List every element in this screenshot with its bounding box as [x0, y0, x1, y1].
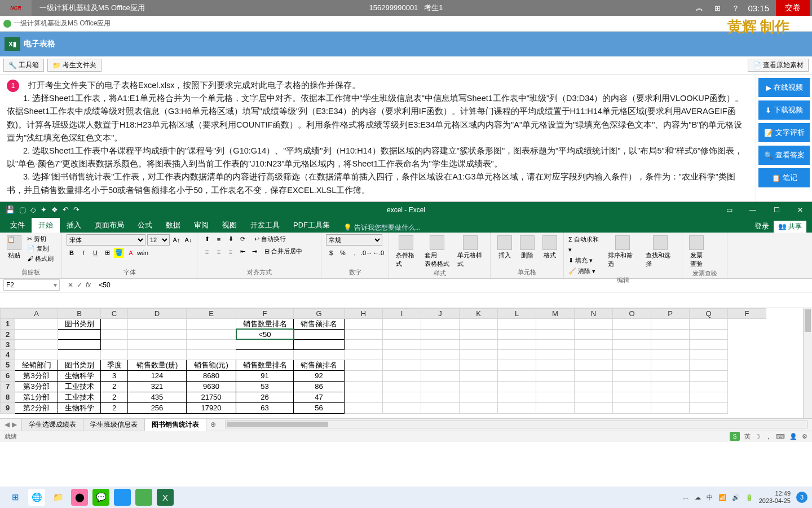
tray-chevron-icon[interactable]: ︿	[683, 493, 689, 502]
ime-comma-icon[interactable]: ，	[765, 432, 771, 441]
cell[interactable]	[690, 381, 728, 392]
online-video-button[interactable]: ▶ 在线视频	[758, 78, 810, 97]
name-box[interactable]: F2▾	[3, 279, 60, 291]
invoice-check-button[interactable]: 发票 查验	[687, 234, 706, 269]
underline-button[interactable]: U	[90, 248, 100, 258]
col-header[interactable]: E	[187, 308, 236, 318]
tray-onedrive-icon[interactable]: ☁	[695, 494, 701, 501]
tab-insert[interactable]: 插入	[60, 218, 88, 233]
align-center-icon[interactable]: ≡	[214, 247, 224, 257]
taskbar-clock[interactable]: 12:49 2023-04-25	[759, 490, 791, 505]
cell[interactable]: 销售额排名	[294, 318, 345, 329]
cell[interactable]	[690, 402, 728, 413]
cell[interactable]	[613, 349, 651, 360]
cell[interactable]	[536, 381, 575, 392]
cell[interactable]	[498, 392, 536, 402]
horizontal-scrollbar[interactable]	[225, 421, 807, 428]
download-video-button[interactable]: ⬇ 下载视频	[758, 100, 810, 120]
format-cells-button[interactable]: 格式	[540, 234, 559, 261]
cell[interactable]: 工业技术	[58, 392, 101, 402]
cell[interactable]	[651, 339, 690, 349]
cell[interactable]	[498, 381, 536, 392]
sort-filter-button[interactable]: 排序和筛选	[606, 234, 639, 269]
cell[interactable]	[187, 339, 236, 349]
ime-moon-icon[interactable]: ☽	[755, 433, 761, 440]
cell[interactable]	[651, 392, 690, 402]
tab-view[interactable]: 视图	[215, 218, 244, 233]
cell[interactable]: 销售额(元)	[187, 360, 236, 370]
cell[interactable]	[383, 381, 421, 392]
cell[interactable]	[421, 370, 460, 381]
cell[interactable]: <50	[236, 329, 294, 339]
cell[interactable]	[690, 360, 728, 370]
qat-btn[interactable]: ❖	[51, 205, 58, 214]
cell[interactable]: 生物科学	[58, 402, 101, 413]
cell[interactable]	[690, 349, 728, 360]
col-header[interactable]: N	[575, 308, 613, 318]
border-button[interactable]: ⊞	[102, 248, 112, 258]
cell[interactable]: 2	[101, 402, 128, 413]
delete-cells-button[interactable]: 删除	[518, 234, 537, 261]
cell[interactable]	[651, 318, 690, 329]
format-table-button[interactable]: 套用 表格格式	[422, 234, 452, 269]
col-header[interactable]: J	[421, 308, 460, 318]
cell[interactable]	[575, 402, 613, 413]
cell[interactable]: 56	[294, 402, 345, 413]
cell[interactable]	[383, 349, 421, 360]
col-header[interactable]: M	[536, 308, 575, 318]
sheet-tab-active[interactable]: 图书销售统计表	[144, 418, 206, 431]
vertical-scrollbar[interactable]	[803, 308, 812, 418]
cell[interactable]: 季度	[101, 360, 128, 370]
cell[interactable]	[575, 339, 613, 349]
cell[interactable]	[613, 339, 651, 349]
row-header[interactable]: 5	[1, 360, 15, 370]
cell[interactable]: 321	[128, 381, 187, 392]
fill-button[interactable]: ⬇ 填充 ▾	[568, 255, 602, 266]
cell[interactable]	[383, 402, 421, 413]
minimize-icon[interactable]: —	[741, 202, 765, 218]
cell[interactable]	[651, 360, 690, 370]
ribbon-options-icon[interactable]: ▭	[717, 202, 741, 218]
cell[interactable]: 图书类别	[58, 360, 101, 370]
notification-badge[interactable]: 3	[796, 492, 807, 503]
cell[interactable]	[498, 402, 536, 413]
tab-developer[interactable]: 开发工具	[244, 218, 286, 233]
excel-taskbar-icon[interactable]: X	[157, 489, 174, 506]
phonetic-button[interactable]: wén	[138, 248, 148, 258]
cell[interactable]	[460, 349, 498, 360]
align-right-icon[interactable]: ≡	[226, 247, 236, 257]
align-top-icon[interactable]: ⬆	[202, 234, 212, 244]
row-header[interactable]: 8	[1, 392, 15, 402]
window-icon[interactable]: ⊞	[712, 2, 723, 14]
qat-btn[interactable]: ◇	[30, 205, 36, 214]
col-header[interactable]: A	[15, 308, 58, 318]
col-header[interactable]: F	[728, 308, 766, 318]
cell[interactable]	[345, 318, 383, 329]
cell[interactable]	[536, 329, 575, 339]
cell[interactable]	[575, 370, 613, 381]
wechat-icon[interactable]: 💬	[92, 489, 109, 506]
font-name-select[interactable]: 宋体	[67, 234, 145, 246]
cell[interactable]	[101, 349, 128, 360]
cell[interactable]: 21750	[187, 392, 236, 402]
cell[interactable]	[536, 370, 575, 381]
comma-icon[interactable]: ,	[350, 248, 360, 258]
cell[interactable]: 2	[101, 392, 128, 402]
cell[interactable]	[613, 381, 651, 392]
cell[interactable]	[651, 370, 690, 381]
tab-pdf[interactable]: PDF工具集	[286, 218, 337, 233]
cell[interactable]	[690, 318, 728, 329]
share-button[interactable]: 👥 共享	[774, 221, 806, 233]
enter-formula-icon[interactable]: ✓	[77, 281, 82, 289]
wrap-text-button[interactable]: ↩ 自动换行	[254, 235, 286, 243]
tray-lang-icon[interactable]: 中	[707, 493, 713, 502]
cell[interactable]	[460, 360, 498, 370]
cell[interactable]	[58, 329, 101, 339]
cell[interactable]: 47	[294, 392, 345, 402]
cell[interactable]: 第1分部	[15, 392, 58, 402]
paste-button[interactable]: 📋粘贴	[5, 234, 24, 261]
tell-me-search[interactable]: 💡 告诉我您想要做什么...	[343, 223, 421, 233]
cell[interactable]	[421, 402, 460, 413]
cut-button[interactable]: ✂ 剪切	[27, 234, 54, 244]
cell[interactable]: 第3分部	[15, 370, 58, 381]
